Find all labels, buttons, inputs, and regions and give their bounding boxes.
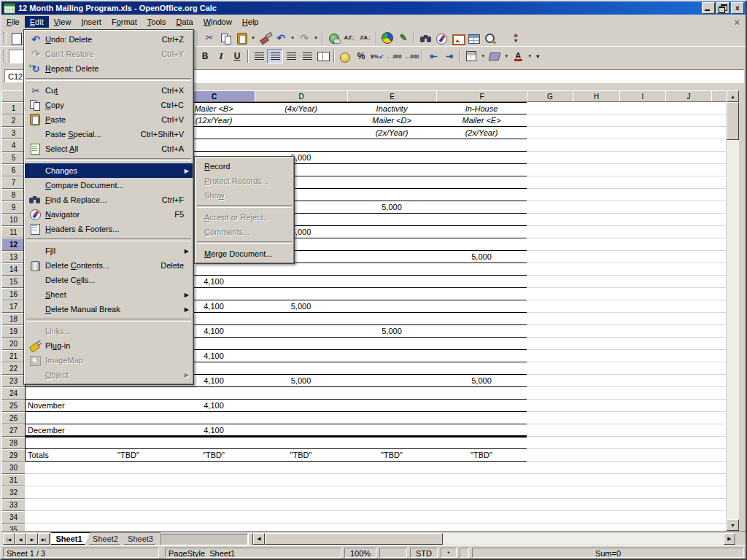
row-header-2[interactable]: 2 [1,114,26,127]
cell-I6[interactable] [619,164,666,176]
cell-D4[interactable] [255,139,348,152]
cell-H4[interactable] [573,139,620,152]
cell-A28[interactable] [25,437,85,449]
menu-item-find-replace[interactable]: Find & Replace...Ctrl+F [25,192,193,207]
menu-item-sheet[interactable]: Sheet▶ [25,287,193,302]
col-header-F[interactable]: F [436,90,527,102]
restore-button[interactable] [716,2,729,14]
previous-sheet-button[interactable]: ◀ [15,533,26,545]
cell-J5[interactable] [665,152,712,164]
cell-J31[interactable] [665,474,712,486]
cell-E15[interactable] [347,276,437,288]
cell-B28[interactable] [84,437,174,449]
cell-H9[interactable] [573,201,620,214]
cell-E30[interactable] [347,462,437,474]
cell-E10[interactable] [347,214,437,226]
status-selection-mode[interactable]: STD [410,548,438,558]
row-header-31[interactable]: 31 [1,474,26,486]
cell-K17[interactable] [711,300,726,313]
paste-icon[interactable] [233,31,249,45]
gallery-icon[interactable] [449,31,465,45]
cell-G18[interactable] [527,313,573,325]
cut-icon[interactable]: ✂ [201,31,217,45]
cell-K11[interactable] [711,226,726,238]
cell-E17[interactable] [347,300,437,313]
cell-K20[interactable] [711,338,726,350]
cell-H1[interactable] [573,102,620,114]
cell-B30[interactable] [84,462,174,474]
menu-item-delete-cells[interactable]: Delete Cells... [25,273,193,287]
row-header-35[interactable]: 35 [1,524,26,531]
cell-K15[interactable] [711,276,726,288]
cell-K28[interactable] [711,437,726,449]
cell-F18[interactable] [436,313,527,325]
last-sheet-button[interactable]: ▶| [38,533,50,545]
cell-J34[interactable] [665,511,712,524]
cell-I29[interactable] [619,449,666,462]
cell-H35[interactable] [573,524,620,531]
cell-F8[interactable] [436,189,527,201]
cell-H17[interactable] [573,300,620,313]
cell-F6[interactable] [436,164,527,176]
cell-E26[interactable] [347,412,437,424]
vertical-scroll-thumb[interactable] [727,102,739,140]
currency-format-button[interactable]: $ [337,49,353,63]
merge-cells-button[interactable] [315,49,331,63]
bold-button[interactable]: B [197,49,213,63]
menu-window[interactable]: Window [198,16,237,28]
cell-G29[interactable] [527,449,573,462]
cell-G7[interactable] [527,176,573,189]
cell-D22[interactable] [255,362,348,375]
cell-E24[interactable] [347,387,437,400]
cell-F1[interactable]: In-House [436,102,527,114]
cell-E25[interactable] [347,400,437,412]
cell-I11[interactable] [619,226,666,238]
cell-I33[interactable] [619,499,666,511]
cell-H8[interactable] [573,189,620,201]
row-header-13[interactable]: 13 [1,251,26,263]
cell-I1[interactable] [619,102,666,114]
cell-F2[interactable]: Mailer <E> [436,114,527,127]
cell-E8[interactable] [347,189,437,201]
row-header-3[interactable]: 3 [1,127,26,139]
cell-C29[interactable]: "TBD" [173,449,255,462]
cell-J23[interactable] [665,375,712,387]
cell-F33[interactable] [436,499,527,511]
cell-G8[interactable] [527,189,573,201]
cell-I7[interactable] [619,176,666,189]
cell-H15[interactable] [573,276,620,288]
borders-button[interactable] [463,49,479,63]
menu-data[interactable]: Data [171,16,198,28]
cell-G3[interactable] [527,127,573,139]
cell-F24[interactable] [436,387,527,400]
menu-item-paste[interactable]: PasteCtrl+V [25,112,193,127]
add-decimal-button[interactable]: .000 [385,49,403,63]
row-header-11[interactable]: 11 [1,226,26,238]
cell-H31[interactable] [573,474,620,486]
cell-H21[interactable] [573,350,620,362]
row-header-9[interactable]: 9 [1,201,26,214]
cell-I14[interactable] [619,263,666,276]
cell-C33[interactable] [173,499,255,511]
cell-K23[interactable] [711,375,726,387]
cell-H10[interactable] [573,214,620,226]
cell-K24[interactable] [711,387,726,400]
cell-J11[interactable] [665,226,712,238]
cell-A33[interactable] [25,499,85,511]
cell-D33[interactable] [255,499,348,511]
row-header-19[interactable]: 19 [1,325,26,338]
cell-I20[interactable] [619,338,666,350]
cell-F32[interactable] [436,486,527,499]
copy-icon[interactable] [217,31,233,45]
cell-D18[interactable] [255,313,348,325]
cell-H24[interactable] [573,387,620,400]
cell-D29[interactable]: "TBD" [255,449,348,462]
font-color-button[interactable]: A [510,49,526,63]
menu-item-changes[interactable]: Changes▶ [25,163,193,178]
cell-F14[interactable] [436,263,527,276]
cell-H30[interactable] [573,462,620,474]
cell-J33[interactable] [665,499,712,511]
cell-D3[interactable] [255,127,348,139]
cell-I8[interactable] [619,189,666,201]
insert-chart-icon[interactable] [379,31,395,45]
